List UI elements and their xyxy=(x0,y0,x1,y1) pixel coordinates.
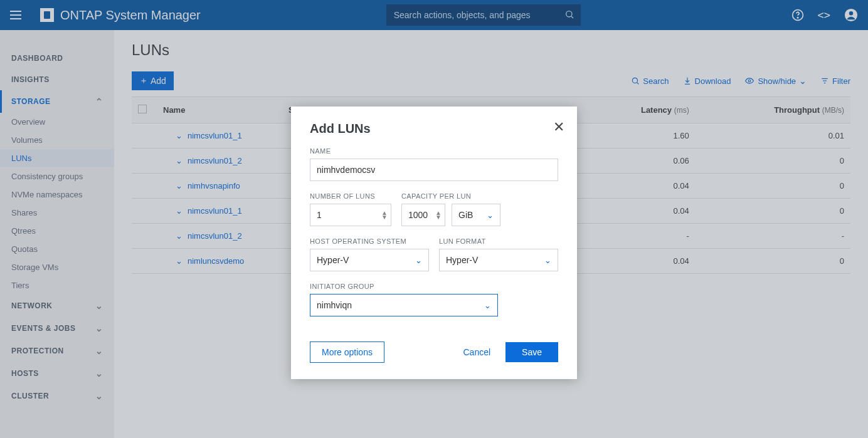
label-name: NAME xyxy=(310,147,558,155)
close-icon[interactable]: ✕ xyxy=(553,119,564,135)
label-lunformat: LUN FORMAT xyxy=(439,237,558,245)
lun-format-select[interactable]: Hyper-V⌄ xyxy=(439,249,558,271)
chevron-down-icon: ⌄ xyxy=(484,301,491,310)
cancel-button[interactable]: Cancel xyxy=(463,347,490,357)
save-button[interactable]: Save xyxy=(505,342,558,362)
label-numluns: NUMBER OF LUNS xyxy=(310,192,391,200)
host-os-select[interactable]: Hyper-V⌄ xyxy=(310,249,429,271)
chevron-down-icon: ⌄ xyxy=(415,256,422,265)
capacity-unit-select[interactable]: GiB⌄ xyxy=(452,204,500,226)
num-luns-input[interactable] xyxy=(310,204,391,226)
lun-name-input[interactable] xyxy=(310,159,558,181)
label-capacity: CAPACITY PER LUN xyxy=(401,192,500,200)
initiator-group-select[interactable]: nimhviqn⌄ xyxy=(310,294,498,316)
label-igroup: INITIATOR GROUP xyxy=(310,283,498,290)
chevron-down-icon: ⌄ xyxy=(487,211,494,220)
add-luns-modal: Add LUNs ✕ NAME NUMBER OF LUNS ▲▼ CAPACI… xyxy=(291,107,577,379)
chevron-down-icon: ⌄ xyxy=(544,256,551,265)
stepper-icon[interactable]: ▲▼ xyxy=(381,211,388,219)
more-options-button[interactable]: More options xyxy=(310,342,384,363)
stepper-icon[interactable]: ▲▼ xyxy=(435,211,442,219)
label-hostos: HOST OPERATING SYSTEM xyxy=(310,237,429,245)
modal-title: Add LUNs xyxy=(310,122,558,136)
